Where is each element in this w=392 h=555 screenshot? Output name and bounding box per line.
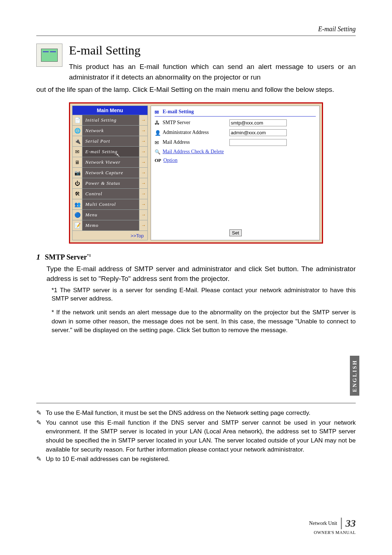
- arrow-right-icon: →: [139, 220, 147, 230]
- option-prefix: OP: [155, 158, 161, 163]
- menu-label: Power & Status: [85, 180, 120, 186]
- intro-paragraph-b: out of the life span of the lamp. Click …: [36, 85, 356, 95]
- menu-item-menu[interactable]: 🔵 Menu →: [72, 210, 148, 220]
- arrow-right-icon: →: [139, 178, 147, 188]
- menu-label: Control: [85, 191, 102, 197]
- menu-label: E-mail Setting: [85, 149, 118, 155]
- footer-manual: OWNER'S MANUAL: [309, 530, 356, 535]
- menu-item-initial-setting[interactable]: 📄 Initial Setting →: [72, 115, 148, 126]
- arrow-right-icon: →: [139, 136, 147, 146]
- menu-label: Multi Control: [85, 201, 116, 207]
- camera-icon: 📷: [73, 168, 82, 178]
- monitor-icon: 🖥: [73, 157, 82, 167]
- pencil-icon: ✎: [36, 409, 43, 418]
- note-1: To use the E-Mail function, it must be s…: [46, 409, 310, 418]
- mail-check-link[interactable]: Mail Address Check & Delete: [163, 149, 224, 155]
- page-footer: Network Unit 33 OWNER'S MANUAL: [309, 518, 356, 535]
- arrow-right-icon: →: [139, 147, 147, 157]
- group-icon: 👥: [73, 199, 82, 209]
- mail-icon: ✉: [155, 140, 160, 145]
- note-icon: 📝: [73, 220, 82, 230]
- admin-label: Administrator Address: [163, 130, 209, 135]
- footer-rule: [36, 403, 356, 403]
- bottom-notes: ✎To use the E-Mail function, it must be …: [36, 409, 356, 465]
- arrow-right-icon: →: [139, 168, 147, 178]
- menu-label: Menu: [85, 212, 98, 218]
- menu-item-network-viewer[interactable]: 🖥 Network Viewer →: [72, 157, 148, 168]
- menu-label: Memo: [85, 223, 99, 228]
- menu-label: Serial Port: [85, 138, 110, 144]
- footnote-1: *1 The SMTP server is a server for sendi…: [52, 286, 356, 303]
- language-tab: ENGLISH: [350, 356, 359, 396]
- intro-paragraph-a: This product has an E-mail function whic…: [69, 62, 356, 82]
- pencil-icon: ✎: [36, 455, 43, 464]
- footnote-star: * If the network unit sends an alert mes…: [52, 308, 356, 335]
- menu-item-network[interactable]: 🌐 Network →: [72, 126, 148, 136]
- admin-input[interactable]: [229, 129, 287, 136]
- footer-unit: Network Unit: [309, 521, 337, 526]
- running-header: E-mail Setting: [318, 25, 356, 33]
- smtp-input[interactable]: [229, 119, 287, 126]
- main-menu: Main Menu 📄 Initial Setting → 🌐 Network …: [72, 106, 148, 240]
- menu-label: Network Viewer: [85, 159, 121, 165]
- smtp-label: SMTP Server: [163, 120, 190, 126]
- step-body: Type the E-mail address of SMTP server a…: [46, 264, 356, 284]
- step-number: 1: [36, 252, 40, 261]
- set-button[interactable]: Set: [229, 229, 242, 236]
- power-icon: ⏻: [73, 178, 82, 188]
- arrow-right-icon: →: [139, 157, 147, 167]
- arrow-right-icon: →: [139, 189, 147, 199]
- server-icon: 🖧: [155, 120, 160, 125]
- menu-item-multi-control[interactable]: 👥 Multi Control →: [72, 199, 148, 210]
- step-title: SMTP Server*1: [45, 253, 91, 261]
- mail-input[interactable]: [229, 139, 287, 146]
- doc-icon: 📄: [73, 115, 82, 125]
- menu-item-memo[interactable]: 📝 Memo →: [72, 220, 148, 231]
- arrow-right-icon: →: [139, 126, 147, 136]
- main-menu-header: Main Menu: [72, 106, 148, 115]
- page-number: 33: [341, 518, 356, 529]
- circle-icon: 🔵: [73, 210, 82, 220]
- menu-label: Network Capture: [85, 170, 123, 176]
- header-rule: [36, 36, 356, 36]
- arrow-right-icon: →: [139, 115, 147, 125]
- arrow-right-icon: →: [139, 210, 147, 220]
- option-link[interactable]: Option: [163, 158, 177, 163]
- pencil-icon: ✎: [36, 419, 43, 454]
- section-thumbnail: [36, 44, 62, 67]
- content-pane: ✉ E-mail Setting 🖧SMTP Server 👤Administr…: [151, 106, 320, 240]
- menu-label: Network: [85, 128, 104, 134]
- mail-icon: ✉: [155, 109, 160, 114]
- menu-item-email-setting[interactable]: ✉ E-mail Setting → ↖: [72, 147, 148, 157]
- plug-icon: 🔌: [73, 136, 82, 146]
- mail-icon: ✉: [73, 147, 82, 157]
- tools-icon: 🛠: [73, 189, 82, 199]
- page-title: E-mail Setting: [69, 44, 356, 57]
- note-3: Up to 10 E-mail addresses can be registe…: [46, 455, 170, 464]
- menu-label: Initial Setting: [85, 117, 117, 123]
- menu-item-power-status[interactable]: ⏻ Power & Status →: [72, 178, 148, 189]
- embedded-screenshot: Main Menu 📄 Initial Setting → 🌐 Network …: [69, 102, 323, 244]
- admin-icon: 👤: [155, 130, 160, 135]
- menu-item-network-capture[interactable]: 📷 Network Capture →: [72, 168, 148, 178]
- globe-icon: 🌐: [73, 126, 82, 136]
- check-icon: 🔍: [155, 149, 160, 154]
- arrow-right-icon: →: [139, 199, 147, 209]
- menu-item-control[interactable]: 🛠 Control →: [72, 189, 148, 199]
- top-link[interactable]: >>Top: [72, 231, 148, 240]
- mail-label: Mail Address: [163, 139, 190, 145]
- menu-item-serial-port[interactable]: 🔌 Serial Port →: [72, 136, 148, 147]
- note-2: You cannot use this E-mail function if t…: [46, 419, 356, 454]
- pane-title: E-mail Setting: [163, 109, 194, 115]
